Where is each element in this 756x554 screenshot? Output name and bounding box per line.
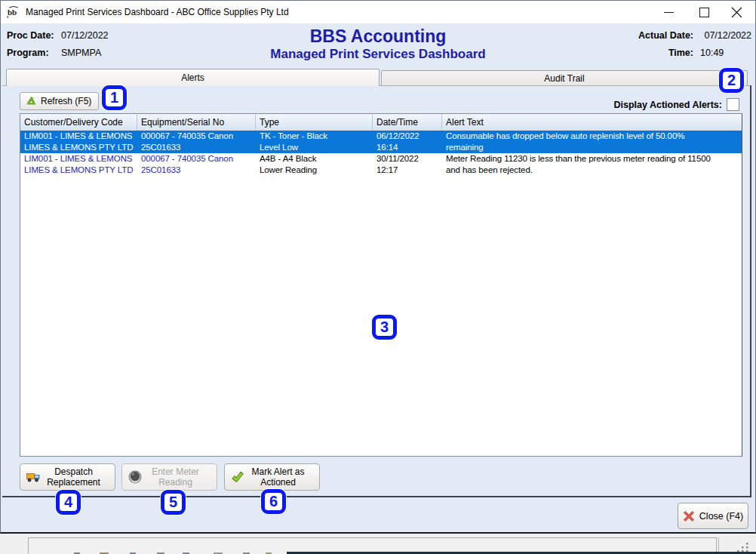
window-title: Managed Print Services Dashboard - ABC O… xyxy=(26,7,289,17)
annotation-badge-3: 3 xyxy=(372,315,397,340)
tab-audit-trail[interactable]: Audit Trail xyxy=(381,70,748,86)
screen: bb s Managed Print Services Dashboard - … xyxy=(0,0,756,554)
annotation-badge-2: 2 xyxy=(719,68,744,93)
dialog-window: bb s Managed Print Services Dashboard - … xyxy=(0,0,756,534)
time-label: Time: xyxy=(597,48,693,58)
table-header: Customer/Delivery Code Equipment/Serial … xyxy=(20,114,742,131)
display-actioned-checkbox[interactable] xyxy=(727,98,739,111)
close-label: Close (F4) xyxy=(699,511,743,522)
enter-meter-reading-button: Enter MeterReading xyxy=(121,463,217,491)
col-header-type[interactable]: Type xyxy=(256,114,373,131)
time-value: 10:49 xyxy=(700,48,724,58)
close-window-icon[interactable] xyxy=(731,7,742,18)
close-button[interactable]: Close (F4) xyxy=(678,503,748,529)
refresh-button[interactable]: Refresh (F5) xyxy=(20,92,99,110)
col-header-alert-text[interactable]: Alert Text xyxy=(442,114,742,131)
table-row[interactable]: LIM001 - LIMES & LEMONSLIMES & LEMONS PT… xyxy=(20,153,742,176)
mark-alert-actioned-button[interactable]: Mark Alert asActioned xyxy=(224,463,320,491)
annotation-badge-5: 5 xyxy=(161,490,186,515)
tab-alerts[interactable]: Alerts xyxy=(6,69,380,86)
titlebar: bb s Managed Print Services Dashboard - … xyxy=(1,1,755,23)
alerts-table: Customer/Delivery Code Equipment/Serial … xyxy=(20,113,742,457)
annotation-badge-6: 6 xyxy=(261,489,286,514)
truck-icon xyxy=(26,470,40,484)
col-header-equipment[interactable]: Equipment/Serial No xyxy=(137,114,256,131)
background-window-statusbar xyxy=(0,534,756,554)
check-icon xyxy=(231,470,244,484)
despatch-replacement-button[interactable]: DespatchReplacement xyxy=(20,463,115,491)
red-x-icon xyxy=(683,510,695,522)
actual-date-value: 07/12/2022 xyxy=(700,30,751,41)
maximize-icon[interactable] xyxy=(699,8,709,17)
minimize-icon[interactable] xyxy=(664,12,674,13)
recycle-icon xyxy=(26,96,37,107)
svg-text:bb: bb xyxy=(8,8,17,17)
app-icon: bb s xyxy=(7,5,20,19)
annotation-badge-4: 4 xyxy=(56,490,81,515)
table-row[interactable]: LIM001 - LIMES & LEMONSLIMES & LEMONS PT… xyxy=(20,131,742,153)
meter-icon xyxy=(128,470,142,484)
col-header-customer[interactable]: Customer/Delivery Code xyxy=(20,114,137,131)
annotation-badge-1: 1 xyxy=(102,85,127,110)
actual-date-label: Actual Date: xyxy=(597,30,693,41)
col-header-datetime[interactable]: Date/Time xyxy=(373,114,442,131)
refresh-label: Refresh (F5) xyxy=(41,96,91,106)
display-actioned-label: Display Actioned Alerts: xyxy=(588,100,722,110)
